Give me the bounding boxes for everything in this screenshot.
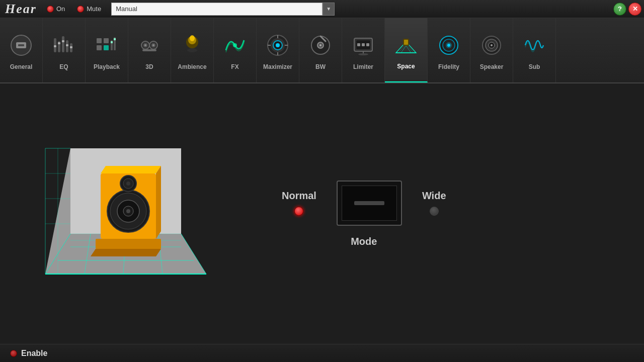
svg-marker-86 [91,249,161,256]
mode-options: Normal Wide [282,180,446,226]
wide-mode-option[interactable]: Wide [422,190,446,216]
tab-playback[interactable]: Playback [86,18,128,82]
tab-eq-label: EQ [59,63,68,70]
sub-icon [519,30,549,60]
mode-title: Mode [351,236,377,247]
tab-maximizer[interactable]: Maximizer [257,18,299,82]
app-header: Hear On Mute ▼ ? ✕ [0,0,644,18]
mode-bar [354,201,384,205]
eq-icon [49,30,79,60]
svg-point-51 [358,53,368,55]
help-icon: ? [618,5,622,13]
svg-point-36 [276,43,280,47]
svg-marker-83 [101,166,161,173]
svg-rect-27 [142,49,156,51]
tab-general-label: General [10,63,33,70]
enable-indicator [10,350,17,357]
svg-rect-47 [357,43,360,46]
tab-sub-label: Sub [529,63,540,70]
svg-rect-85 [96,239,161,249]
close-button[interactable]: ✕ [628,3,641,16]
speaker-visualization [30,133,221,294]
on-button[interactable]: On [47,5,65,13]
mode-display [337,180,402,226]
svg-rect-5 [62,36,64,52]
svg-rect-2 [18,44,24,46]
svg-rect-10 [62,40,64,42]
on-indicator [47,6,54,13]
svg-point-32 [233,43,237,47]
svg-point-94 [126,182,130,186]
footer: Enable [0,344,644,362]
svg-rect-49 [366,43,369,46]
tab-limiter[interactable]: Limiter [342,18,385,82]
mute-button[interactable]: Mute [77,5,101,13]
tab-bw-label: BW [315,63,326,70]
tab-general[interactable]: General [0,18,43,82]
svg-rect-8 [54,45,56,47]
tab-3d[interactable]: 3D [128,18,171,82]
playback-icon [92,30,122,60]
svg-rect-19 [111,41,113,43]
on-label: On [56,5,65,13]
preset-dropdown[interactable]: ▼ [111,3,335,16]
tab-bw[interactable]: BW [299,18,342,82]
tab-maximizer-label: Maximizer [263,63,292,70]
fidelity-icon [434,30,464,60]
tab-fx[interactable]: FX [214,18,257,82]
svg-rect-12 [70,46,72,48]
tab-playback-label: Playback [94,63,120,70]
tab-sub[interactable]: Sub [513,18,556,82]
window-controls: ? ✕ [613,3,641,16]
tab-limiter-label: Limiter [353,63,373,70]
preset-input[interactable] [111,3,323,16]
svg-point-31 [187,48,197,52]
normal-mode-radio[interactable] [294,207,303,216]
tab-ambience-label: Ambience [178,63,206,70]
header-controls: On Mute ▼ [47,3,335,16]
speaker-icon [476,30,507,60]
tab-space-label: Space [397,63,415,70]
ambience-icon [177,30,207,60]
tab-speaker-label: Speaker [480,63,504,70]
fx-icon [220,30,250,60]
tab-speaker[interactable]: Speaker [470,18,513,82]
limiter-icon [348,30,378,60]
svg-point-44 [319,44,321,46]
close-icon: ✕ [632,5,638,13]
tab-space[interactable]: Space [385,18,428,82]
tab-fidelity-label: Fidelity [438,63,459,70]
svg-rect-15 [97,45,102,50]
svg-rect-14 [104,38,109,43]
tab-eq[interactable]: EQ [43,18,86,82]
nav-tabs: General EQ [0,18,644,83]
preset-arrow-button[interactable]: ▼ [323,3,335,16]
tab-ambience[interactable]: Ambience [171,18,214,82]
mode-controls: Normal Wide Mode [282,180,446,247]
svg-marker-84 [156,166,161,239]
svg-rect-59 [404,40,408,45]
main-content: Normal Wide Mode [0,83,644,344]
help-button[interactable]: ? [613,3,626,16]
enable-label: Enable [21,349,47,358]
svg-point-26 [152,44,154,46]
svg-point-30 [190,35,195,41]
3d-icon [134,30,165,60]
bw-icon [305,30,336,60]
svg-rect-16 [104,45,109,50]
svg-point-67 [491,44,493,46]
mute-label: Mute [87,5,101,13]
space-icon [391,30,421,60]
general-icon [6,30,36,60]
svg-rect-13 [97,38,102,43]
speaker-svg [30,133,221,294]
svg-rect-48 [362,43,365,46]
normal-mode-option[interactable]: Normal [282,190,316,216]
svg-rect-20 [114,38,116,40]
svg-point-25 [144,44,146,46]
wide-mode-radio[interactable] [430,207,439,216]
svg-rect-11 [66,44,68,46]
tab-fidelity[interactable]: Fidelity [428,18,470,82]
svg-point-91 [126,209,130,213]
mute-indicator [77,6,84,13]
